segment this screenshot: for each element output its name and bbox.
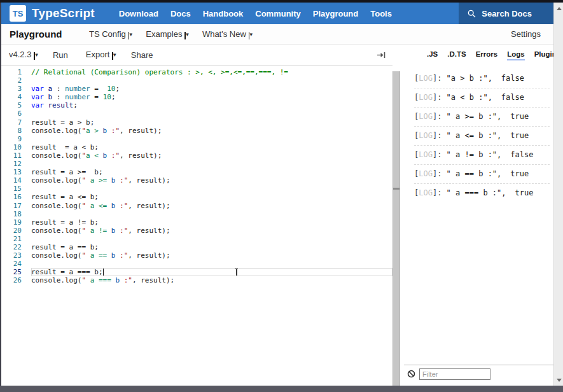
line-content: console.log(" a != b :", result); bbox=[31, 227, 393, 235]
tab-logs[interactable]: Logs bbox=[507, 50, 524, 60]
code-line-1[interactable]: 1// Relational (Comparison) operators : … bbox=[1, 68, 393, 76]
nav-link-playground[interactable]: Playground bbox=[313, 9, 359, 18]
code-line-8[interactable]: 8console.log("a > b :", result); bbox=[1, 127, 393, 135]
line-content: var a : number = 10; bbox=[31, 85, 393, 93]
settings-button[interactable]: Settings bbox=[511, 29, 541, 39]
log-value: false bbox=[501, 93, 524, 102]
page-scrollbar[interactable] bbox=[553, 3, 563, 386]
code-line-24[interactable]: 24 bbox=[1, 260, 393, 268]
brand-title[interactable]: TypeScript bbox=[32, 6, 95, 20]
line-number: 17 bbox=[1, 202, 22, 210]
pane-divider[interactable] bbox=[393, 71, 400, 386]
nav-link-tools[interactable]: Tools bbox=[370, 9, 392, 18]
line-content bbox=[31, 210, 393, 218]
line-number: 5 bbox=[1, 101, 22, 109]
code-editor[interactable]: 1// Relational (Comparison) operators : … bbox=[1, 66, 393, 385]
log-tag: LOG bbox=[419, 93, 433, 102]
code-line-9[interactable]: 9 bbox=[1, 135, 393, 143]
menu-whatsnew[interactable]: What's New▼ bbox=[202, 29, 249, 39]
logs-output: [LOG]: "a > b :",false[LOG]: "a < b :",f… bbox=[404, 66, 553, 365]
code-line-19[interactable]: 19result = a != b; bbox=[1, 218, 393, 227]
clear-logs-icon[interactable] bbox=[407, 370, 415, 378]
line-number: 22 bbox=[1, 243, 22, 251]
search-docs-button[interactable]: Search Docs bbox=[459, 3, 553, 24]
menu-examples[interactable]: Examples▼ bbox=[146, 29, 186, 39]
code-line-3[interactable]: 3var a : number = 10; bbox=[1, 85, 393, 93]
log-tag: LOG bbox=[419, 74, 433, 83]
code-line-13[interactable]: 13result = a >= b; bbox=[1, 168, 393, 176]
logs-filter-bar bbox=[404, 365, 553, 381]
menu-tsconfig[interactable]: TS Config▼ bbox=[89, 29, 129, 39]
sidebar-tabs: .JS.D.TSErrorsLogsPlugins bbox=[404, 45, 553, 66]
line-content: console.log(" a === b :", result); bbox=[31, 276, 393, 284]
line-number: 11 bbox=[1, 151, 22, 160]
chevron-down-icon: ▼ bbox=[184, 32, 186, 39]
run-button[interactable]: Run bbox=[53, 50, 68, 60]
code-line-14[interactable]: 14console.log(" a >= b :", result); bbox=[1, 176, 393, 185]
code-line-2[interactable]: 2 bbox=[1, 76, 393, 85]
nav-link-download[interactable]: Download bbox=[119, 9, 158, 18]
log-tag: LOG bbox=[419, 112, 433, 121]
code-line-17[interactable]: 17console.log(" a <= b :", result); bbox=[1, 202, 393, 210]
log-message: " a == b :", bbox=[447, 169, 502, 178]
line-content bbox=[31, 76, 393, 85]
nav-links: DownloadDocsHandbookCommunityPlaygroundT… bbox=[119, 9, 392, 18]
code-line-12[interactable]: 12 bbox=[1, 160, 393, 168]
code-line-16[interactable]: 16result = a <= b; bbox=[1, 193, 393, 201]
line-content bbox=[31, 160, 393, 168]
code-line-10[interactable]: 10result = a < b; bbox=[1, 143, 393, 151]
line-content bbox=[31, 135, 393, 143]
tab-dts[interactable]: .D.TS bbox=[447, 50, 466, 60]
code-line-15[interactable]: 15 bbox=[1, 185, 393, 193]
line-number: 19 bbox=[1, 218, 22, 227]
line-content: result = a == b; bbox=[31, 243, 393, 251]
code-line-7[interactable]: 7result = a > b; bbox=[1, 118, 393, 127]
tab-js[interactable]: .JS bbox=[427, 50, 438, 60]
log-value: true bbox=[510, 169, 529, 178]
line-number: 1 bbox=[1, 68, 22, 76]
scrollbar-up-arrow[interactable] bbox=[554, 4, 563, 13]
line-number: 8 bbox=[1, 127, 22, 135]
log-entry: [LOG]: " a === b :",true bbox=[414, 184, 550, 202]
export-dropdown[interactable]: Export▼ bbox=[86, 50, 113, 60]
line-content: result = a <= b; bbox=[31, 193, 393, 201]
code-line-23[interactable]: 23console.log(" a == b :", result); bbox=[1, 251, 393, 260]
line-content: console.log(" a == b :", result); bbox=[31, 251, 393, 260]
tab-errors[interactable]: Errors bbox=[476, 50, 498, 60]
code-line-26[interactable]: 26console.log(" a === b :", result); bbox=[1, 276, 393, 284]
code-line-21[interactable]: 21 bbox=[1, 235, 393, 243]
line-content: result = a > b; bbox=[31, 118, 393, 127]
code-line-6[interactable]: 6 bbox=[1, 109, 393, 118]
line-content: console.log(" a >= b :", result); bbox=[31, 176, 393, 185]
code-line-4[interactable]: 4var b : number = 10; bbox=[1, 93, 393, 101]
code-line-22[interactable]: 22result = a == b; bbox=[1, 243, 393, 251]
code-line-18[interactable]: 18 bbox=[1, 210, 393, 218]
version-dropdown[interactable]: v4.2.3▼ bbox=[9, 50, 35, 60]
line-number: 12 bbox=[1, 160, 22, 168]
nav-link-handbook[interactable]: Handbook bbox=[203, 9, 244, 18]
divider-handle[interactable] bbox=[393, 188, 400, 190]
line-number: 7 bbox=[1, 118, 22, 127]
line-number: 25 bbox=[1, 268, 22, 276]
collapse-sidebar-icon[interactable] bbox=[377, 52, 386, 59]
line-content: var result; bbox=[31, 101, 393, 109]
nav-link-community[interactable]: Community bbox=[255, 9, 301, 18]
chevron-down-icon: ▼ bbox=[129, 32, 130, 39]
line-number: 10 bbox=[1, 143, 22, 151]
log-value: true bbox=[515, 188, 534, 197]
code-line-25[interactable]: 25result = a === b; bbox=[1, 268, 393, 276]
log-entry: [LOG]: " a != b :",false bbox=[414, 146, 550, 165]
line-number: 15 bbox=[1, 185, 22, 193]
typescript-logo[interactable]: TS bbox=[10, 5, 26, 22]
log-message: "a > b :", bbox=[447, 74, 492, 83]
code-line-5[interactable]: 5var result; bbox=[1, 101, 393, 109]
filter-input[interactable] bbox=[419, 368, 490, 380]
subnav-menus: TS Config▼Examples▼What's New▼ bbox=[89, 29, 249, 39]
scrollbar-down-arrow[interactable] bbox=[554, 375, 563, 384]
line-number: 4 bbox=[1, 93, 22, 101]
line-content: result = a != b; bbox=[31, 218, 393, 227]
nav-link-docs[interactable]: Docs bbox=[170, 9, 191, 18]
share-button[interactable]: Share bbox=[131, 50, 153, 60]
code-line-20[interactable]: 20console.log(" a != b :", result); bbox=[1, 227, 393, 235]
code-line-11[interactable]: 11console.log("a < b :", result); bbox=[1, 151, 393, 160]
